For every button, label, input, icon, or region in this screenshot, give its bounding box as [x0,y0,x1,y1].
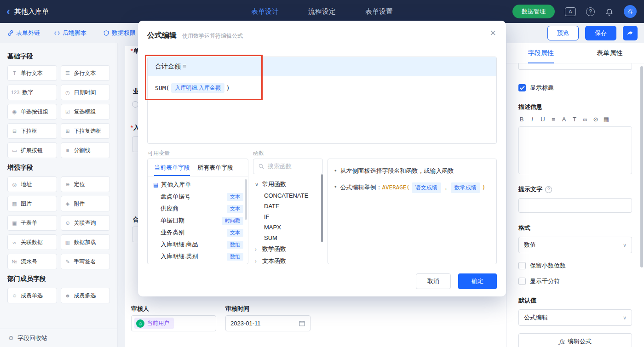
link-icon[interactable]: ∞ [582,116,588,123]
palette-number[interactable]: 123数字 [7,85,57,100]
thousand-separator-checkbox[interactable] [518,278,526,285]
properties-tab-1[interactable]: 字段属性 [506,43,575,63]
variable-row[interactable]: 入库明细.类别数组 [148,250,248,262]
palette-single-line-text[interactable]: T单行文本 [7,65,57,81]
preview-button[interactable]: 预览 [547,26,579,40]
clipped-control[interactable] [518,63,632,70]
cancel-button[interactable]: 取消 [416,273,451,289]
variable-row[interactable]: 盘点单据号文本 [148,191,248,203]
variable-name: 单据日期 [161,216,184,225]
topbar-tabs: 表单设计流程设定表单设置 [251,0,393,23]
close-icon[interactable]: × [490,28,496,38]
palette-item-label: 扩展按钮 [21,147,43,154]
bold-icon[interactable]: B [518,116,525,123]
align-icon[interactable]: ≡ [550,116,557,123]
functions-scrollbar[interactable] [321,174,323,242]
palette-divider[interactable]: ≡分割线 [61,142,110,158]
field-recycle-bin[interactable]: ♻ 字段回收站 [0,329,117,347]
unlink-icon[interactable]: ⊘ [592,116,599,123]
palette-location[interactable]: ⊕定位 [61,176,110,192]
topbar-tab-1[interactable]: 表单设计 [251,7,279,16]
palette-address[interactable]: ◎地址 [7,176,57,192]
font-size-icon[interactable]: T [571,116,578,123]
description-editor[interactable] [518,126,632,174]
formula-editor[interactable]: 合计金额 = SUM( 入库明细.入库金额 ) [147,57,497,144]
format-select[interactable]: 数值 ∨ [518,237,632,253]
function-search-input[interactable]: 搜索函数 [253,159,323,174]
variable-row[interactable]: 入库明细.商品数组 [148,239,248,250]
backend-script[interactable]: 后端脚本 [54,29,86,37]
formula-field-chip[interactable]: 入库明细.入库金额 [171,83,224,93]
default-value-select[interactable]: 公式编辑 ∨ [518,309,632,326]
palette-data-load[interactable]: ▥数据加载 [61,234,110,250]
topbar-tab-3[interactable]: 表单设置 [365,7,393,16]
variable-row[interactable]: 业务类别文本 [148,227,248,239]
properties-tab-2[interactable]: 表单属性 [575,43,644,63]
palette-extend-button[interactable]: ▭扩展按钮 [7,142,57,158]
hint-help-icon[interactable]: ? [545,186,552,193]
topbar-tab-2[interactable]: 流程设定 [308,7,336,16]
vertical-scrollbar[interactable] [640,66,643,267]
palette-linked-query[interactable]: ⊙关联查询 [61,215,110,231]
palette-select[interactable]: ⊟下拉框 [7,123,57,139]
variables-root-node[interactable]: ▤ 其他入库单 [148,176,248,191]
language-icon[interactable]: A [565,7,576,16]
insert-image-icon[interactable]: ▦ [603,116,610,123]
current-user-tag[interactable]: ☺ 当前用户 [134,318,174,329]
function-item-sum[interactable]: SUM [253,233,323,243]
variables-tab-2[interactable]: 所有表单字段 [197,159,233,176]
palette-signature[interactable]: ✎手写签名 [61,254,110,269]
italic-icon[interactable]: I [529,116,535,123]
palette-subform[interactable]: ▣子表单 [7,215,57,231]
variables-scrollbar[interactable] [245,179,247,220]
radio-option[interactable] [132,101,138,108]
function-item-concatenate[interactable]: CONCATENATE [253,190,323,201]
function-item-date[interactable]: DATE [253,201,323,211]
function-group-3[interactable]: ›文本函数 [253,255,323,264]
hint-input[interactable] [518,198,632,213]
palette-member-multi[interactable]: ☻成员多选 [61,288,110,303]
notification-bell-icon[interactable] [605,7,614,16]
palette-member-single[interactable]: ☺成员单选 [7,288,57,303]
palette-radio-group[interactable]: ◉单选按钮组 [7,104,57,119]
data-permission[interactable]: 数据权限 [103,29,136,37]
edit-formula-button[interactable]: ƒx 编辑公式 [518,333,632,347]
help-icon[interactable]: ? [586,7,595,16]
confirm-button[interactable]: 确定 [458,273,497,289]
palette-datetime[interactable]: ◷日期时间 [61,85,110,100]
back-icon[interactable]: ‹ [6,1,10,22]
chevron-down-icon: ∨ [623,242,627,248]
keep-decimal-checkbox[interactable] [518,262,526,269]
save-button[interactable]: 保存 [585,26,616,40]
palette-multi-line-text[interactable]: ☰多行文本 [61,65,110,81]
calendar-icon[interactable] [299,320,305,327]
data-manage-button[interactable]: 数据管理 [512,5,555,18]
function-item-if[interactable]: IF [253,211,323,222]
underline-icon[interactable]: U [540,116,546,123]
show-title-checkbox[interactable] [518,84,526,91]
formula-edit-dialog: 公式编辑 使用数学运算符编辑公式 × 合计金额 = SUM( 入库明细.入库金额… [138,21,506,296]
reviewer-input[interactable]: ☺ 当前用户 [131,315,216,331]
palette-item-label: 关联数据 [21,239,43,246]
formula-expression[interactable]: SUM( 入库明细.入库金额 ) [148,76,496,100]
form-external-link[interactable]: 表单外链 [7,29,40,37]
palette-image[interactable]: ▦图片 [7,196,57,211]
description-label: 描述信息 [518,103,632,111]
palette-linked-data[interactable]: ∞关联数据 [7,234,57,250]
function-group-1[interactable]: ∨常用函数 [253,178,323,190]
font-color-icon[interactable]: A [561,116,567,123]
function-group-2[interactable]: ›数学函数 [253,243,323,255]
keep-decimal-row: 保留小数位数 [518,262,632,270]
palette-attachment[interactable]: ◈附件 [61,196,110,211]
user-avatar[interactable]: 存 [624,5,637,18]
variable-row[interactable]: 单据日期时间戳 [148,215,248,227]
palette-serial-number[interactable]: №流水号 [7,254,57,269]
palette-checkbox-group[interactable]: ☑复选框组 [61,104,110,119]
variables-tab-1[interactable]: 当前表单字段 [154,159,190,176]
recycle-label: 字段回收站 [17,334,47,342]
function-item-mapx[interactable]: MAPX [253,222,323,233]
share-button[interactable] [623,26,638,40]
variable-row[interactable]: 供应商文本 [148,203,248,215]
review-time-input[interactable]: 2023-01-11 [225,315,310,331]
palette-multi-select[interactable]: ⊞下拉复选框 [61,123,110,139]
